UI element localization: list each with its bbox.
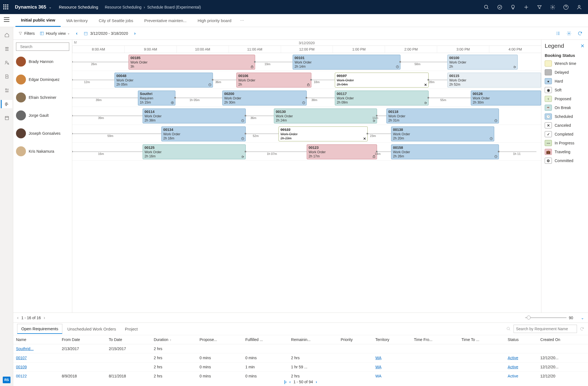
chevron-right-icon: ›	[144, 5, 145, 9]
brand-name: Dynamics 365	[15, 4, 46, 10]
app-launcher-icon[interactable]	[3, 4, 9, 10]
app-name: Resource Scheduling	[59, 5, 98, 9]
tab-wa-territory[interactable]: WA territory	[61, 14, 93, 27]
global-actions	[484, 4, 585, 10]
person-icon[interactable]	[576, 4, 582, 10]
more-tabs-icon[interactable]: ⋯	[237, 18, 247, 23]
help-icon[interactable]	[563, 4, 569, 10]
tab-preventative[interactable]: Preventative mainten...	[139, 14, 192, 27]
filter-icon[interactable]	[537, 4, 542, 10]
tab-initial-public-view[interactable]: Initial public view	[15, 14, 61, 27]
menu-toggle-icon[interactable]	[4, 17, 9, 22]
svg-point-0	[485, 5, 488, 8]
svg-line-1	[487, 8, 488, 9]
svg-point-2	[498, 5, 502, 9]
top-navigation-bar: Dynamics 365 ⌄ Resource Scheduling Resou…	[0, 0, 588, 14]
task-icon[interactable]	[497, 4, 503, 10]
brand-chevron-icon[interactable]: ⌄	[49, 5, 52, 9]
svg-point-7	[578, 5, 580, 7]
breadcrumb-item[interactable]: Resource Scheduling	[105, 5, 141, 9]
tab-high-priority[interactable]: High priority board	[192, 14, 237, 27]
search-icon[interactable]	[484, 4, 489, 10]
lightbulb-icon[interactable]	[510, 4, 516, 10]
board-tabs: Initial public view WA territory City of…	[0, 14, 588, 27]
breadcrumb-item[interactable]: Schedule Board (Experimental)	[147, 5, 201, 9]
plus-icon[interactable]	[523, 4, 529, 10]
svg-point-5	[552, 6, 554, 8]
tab-city-seattle[interactable]: City of Seattle jobs	[93, 14, 139, 27]
breadcrumb: Resource Scheduling › Schedule Board (Ex…	[105, 5, 201, 9]
gear-icon[interactable]	[550, 4, 555, 10]
